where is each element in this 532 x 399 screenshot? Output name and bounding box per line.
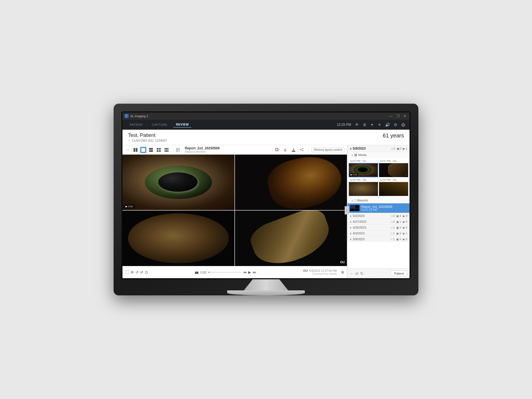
tab-capture[interactable]: CAPTURE xyxy=(149,122,170,127)
date-label: 5/2/2023 xyxy=(353,214,365,218)
grid-view-icon[interactable]: ⊞ xyxy=(341,270,344,274)
reports-expand-icon: ∧ xyxy=(351,199,353,202)
image-cell-top-right[interactable] xyxy=(235,155,347,210)
date-row-counts-3: □ 1 ▣ 4 ▶ 0 xyxy=(391,226,407,229)
document-icon[interactable] xyxy=(175,147,181,153)
count-img: ▣ 4 xyxy=(396,214,401,218)
thumb-label-4: 12:07 PM OS, xyxy=(379,178,408,182)
iris-image xyxy=(122,211,234,266)
image-cell-bottom-right[interactable]: OU xyxy=(235,211,347,266)
settings-icon[interactable]: ⚙ xyxy=(394,122,397,127)
image-cell-bottom-left[interactable] xyxy=(122,211,234,266)
svg-rect-21 xyxy=(292,151,295,152)
session-5-2-2023[interactable]: ∨ 5/2/2023 □ 0 ▣ 4 ▶ 0 xyxy=(347,213,410,219)
more-options-icon[interactable]: ⋯ xyxy=(125,147,131,153)
remove-layout-button[interactable]: Remove layout content xyxy=(311,147,345,152)
media-controls-left: ⛶ ⚙ ↺ ⇄ ⊡ xyxy=(125,270,148,274)
count-img-3: ▣ 4 xyxy=(396,226,401,229)
session-4-26-2023[interactable]: ∨ 4/26/2023 □ 1 ▣ 4 ▶ 0 xyxy=(347,224,410,230)
thumb-label-2: 12:07 PM OS, xyxy=(379,159,408,163)
restore-button[interactable]: ❐ xyxy=(395,114,401,118)
svg-rect-5 xyxy=(157,148,158,150)
date-row-label-4: ∨ 4/3/2023 xyxy=(350,232,365,235)
back-icon[interactable]: ← xyxy=(350,271,354,276)
report-name: Report_2x2_20230509 xyxy=(185,146,270,150)
panel-collapse-arrow[interactable]: › xyxy=(345,206,349,214)
thumb-img-4[interactable] xyxy=(379,182,408,196)
skip-forward-icon[interactable]: ⏭ xyxy=(253,270,256,274)
power-icon[interactable]: ⏻ xyxy=(401,122,405,127)
date-row-label: ∨ 5/2/2023 xyxy=(350,214,365,218)
toolbar-divider xyxy=(172,147,172,152)
layout-single-icon[interactable] xyxy=(140,147,146,153)
image-cell-top-left[interactable]: ▶ 0:01 xyxy=(122,155,234,210)
thumb-item-od-iris[interactable]: 12:07 PM OD, xyxy=(349,178,378,196)
thumb-item-os-dark2[interactable]: 12:07 PM OS, xyxy=(379,178,408,196)
sun-icon[interactable]: ☀ xyxy=(378,122,381,127)
title-bar: SL Imaging 2 — ❐ ✕ xyxy=(122,112,410,120)
layout-3x2-icon[interactable] xyxy=(163,147,170,153)
thumb-img-3[interactable] xyxy=(349,182,378,196)
screen: SL Imaging 2 — ❐ ✕ PATIENT › CAPTURE › R… xyxy=(122,112,410,278)
adjust-icon[interactable]: ⚙ xyxy=(131,270,134,274)
image-icon: ▣ xyxy=(397,147,399,150)
session-date-label: 5/9/2023 xyxy=(353,147,366,150)
reports-section-icon: □ xyxy=(354,199,356,202)
eye-icon[interactable]: 👁 xyxy=(355,122,359,127)
video-count: ▶ 1 xyxy=(403,147,407,150)
minimize-button[interactable]: — xyxy=(388,114,394,118)
video-count-value: 1 xyxy=(406,147,407,150)
share-icon[interactable] xyxy=(299,147,305,153)
date-row-counts-5: □ 1 ▣ 4 ▶ 0 xyxy=(391,238,407,241)
session-4-27-2023[interactable]: ∨ 4/27/2023 □ 0 ▣ 1 ▶ 0 xyxy=(347,219,410,224)
count-doc-2: □ 0 xyxy=(391,220,395,223)
print-icon[interactable]: 🖨 xyxy=(282,147,288,153)
thumb-item-os-dark[interactable]: 12:07 PM OS, ✓ xyxy=(379,159,408,177)
share-bottom-icon[interactable]: ⇄ xyxy=(355,271,359,276)
export-icon[interactable] xyxy=(291,147,297,153)
skip-back-icon[interactable]: ⏮ xyxy=(243,270,247,274)
right-panel-bottom-bar: ← ⇄ ↻ Patient xyxy=(347,268,410,278)
cornea-visualization xyxy=(235,155,347,210)
thumb-item-ou-eye[interactable]: 12:07 PM OU, ▶ 0:01 xyxy=(349,159,378,177)
nav-bar: PATIENT › CAPTURE › REVIEW 12:25 PM 👁 🖥 … xyxy=(122,120,410,130)
monitor-stand-base xyxy=(227,290,305,295)
play-icon[interactable]: ▶ xyxy=(248,270,251,274)
reports-section-header[interactable]: ∧ □ Reports xyxy=(347,198,410,203)
svg-rect-3 xyxy=(149,148,153,150)
monitor-icon[interactable]: 🖥 xyxy=(363,122,367,127)
media-section-header[interactable]: ∧ 🖼 Media xyxy=(347,152,410,158)
session-4-3-2023[interactable]: ∨ 4/3/2023 □ 1 ▣ 3 ▶ 1 xyxy=(347,230,410,236)
capture-icon[interactable]: ⊡ xyxy=(145,270,148,274)
progress-bar[interactable] xyxy=(208,272,241,273)
rotate-icon[interactable]: ↺ xyxy=(135,270,139,274)
tab-review[interactable]: REVIEW xyxy=(173,122,191,128)
layout-2col-icon[interactable] xyxy=(132,147,139,153)
copy-icon[interactable] xyxy=(274,147,280,153)
refresh-icon[interactable]: ↻ xyxy=(360,271,364,276)
session-3-9-2023[interactable]: ∨ 3/9/2023 □ 1 ▣ 4 ▶ 0 xyxy=(347,236,410,242)
tab-patient[interactable]: PATIENT xyxy=(127,122,146,127)
bottom-bar-icons: ← ⇄ ↻ xyxy=(350,271,364,276)
brightness-icon[interactable]: ✦ xyxy=(370,122,374,127)
layout-2row-icon[interactable] xyxy=(148,147,154,153)
layout-2x2-icon[interactable] xyxy=(156,147,162,153)
count-img-5: ▣ 4 xyxy=(396,238,401,241)
media-section-icon: 🖼 xyxy=(354,154,357,157)
fullscreen-icon[interactable]: ⛶ xyxy=(125,270,129,274)
thumb-check-icon: ✓ xyxy=(405,173,408,177)
flip-icon[interactable]: ⇄ xyxy=(140,270,143,274)
thumb-img-1[interactable]: ▶ 0:01 xyxy=(349,163,378,177)
eye-image: ▶ 0:01 xyxy=(122,155,234,210)
session-date: ∧ 5/9/2023 xyxy=(350,147,366,150)
volume-icon[interactable]: 🔊 xyxy=(385,122,390,127)
session-5-9-2023[interactable]: ∧ 5/9/2023 □ 1 ▣ 3 xyxy=(347,145,410,152)
chevron-icon: ∨ xyxy=(350,214,352,218)
report-item-1[interactable]: Report_2x2_20230509 12:07:23 PM xyxy=(347,203,410,213)
close-button[interactable]: ✕ xyxy=(402,114,407,118)
count-doc-4: □ 1 xyxy=(391,232,395,235)
patient-info-section: Test, Patient ♀ 11/01/1962 (61) 1234567 xyxy=(128,132,167,142)
patient-button[interactable]: Patient xyxy=(391,271,407,276)
camera-icon[interactable]: 📷 xyxy=(195,270,199,274)
thumb-img-2[interactable]: ✓ xyxy=(379,163,408,177)
